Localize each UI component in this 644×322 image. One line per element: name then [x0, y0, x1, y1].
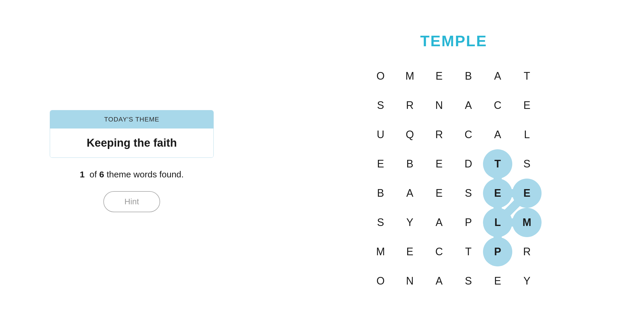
cell-2-5[interactable]: L [512, 120, 542, 149]
cell-7-4[interactable]: E [483, 266, 512, 296]
cell-5-4[interactable]: L [483, 208, 512, 237]
cell-6-5[interactable]: R [512, 237, 542, 266]
theme-label: TODAY'S THEME [104, 116, 159, 123]
cell-4-1[interactable]: A [395, 179, 424, 208]
cell-1-4[interactable]: C [483, 91, 512, 120]
theme-title: Keeping the faith [87, 137, 177, 149]
cell-5-3[interactable]: P [454, 208, 483, 237]
theme-body: Keeping the faith [50, 129, 213, 157]
cell-1-0[interactable]: S [366, 91, 395, 120]
found-of: of [90, 169, 97, 179]
cell-4-3[interactable]: S [454, 179, 483, 208]
found-count: 1 [80, 169, 85, 179]
cell-6-2[interactable]: C [424, 237, 454, 266]
cell-7-0[interactable]: O [366, 266, 395, 296]
cell-6-3[interactable]: T [454, 237, 483, 266]
cell-2-3[interactable]: C [454, 120, 483, 149]
cell-1-3[interactable]: A [454, 91, 483, 120]
cell-2-2[interactable]: R [424, 120, 454, 149]
letter-grid: OMEBATSRNACEUQRCALEBEDTSBAESEESYAPLMMECT… [366, 61, 542, 296]
theme-box: TODAY'S THEME Keeping the faith [50, 110, 214, 158]
cell-0-2[interactable]: E [424, 61, 454, 91]
cell-0-1[interactable]: M [395, 61, 424, 91]
cell-3-4[interactable]: T [483, 149, 512, 179]
cell-6-0[interactable]: M [366, 237, 395, 266]
cell-2-0[interactable]: U [366, 120, 395, 149]
cell-0-3[interactable]: B [454, 61, 483, 91]
cell-1-2[interactable]: N [424, 91, 454, 120]
cell-7-5[interactable]: Y [512, 266, 542, 296]
cell-3-5[interactable]: S [512, 149, 542, 179]
cell-4-4[interactable]: E [483, 179, 512, 208]
cell-5-2[interactable]: A [424, 208, 454, 237]
cell-0-0[interactable]: O [366, 61, 395, 91]
cell-0-4[interactable]: A [483, 61, 512, 91]
hint-button[interactable]: Hint [103, 191, 160, 212]
cell-1-1[interactable]: R [395, 91, 424, 120]
cell-6-4[interactable]: P [483, 237, 512, 266]
cell-7-1[interactable]: N [395, 266, 424, 296]
puzzle-title: TEMPLE [420, 32, 487, 50]
cell-3-1[interactable]: B [395, 149, 424, 179]
cell-6-1[interactable]: E [395, 237, 424, 266]
cell-7-3[interactable]: S [454, 266, 483, 296]
cell-4-5[interactable]: E [512, 179, 542, 208]
right-panel: TEMPLE OMEBATSRNACEUQRCALEBEDTSBAESEESYA… [263, 0, 644, 322]
found-suffix: theme words found. [107, 169, 184, 179]
grid-wrapper: OMEBATSRNACEUQRCALEBEDTSBAESEESYAPLMMECT… [366, 61, 542, 296]
found-text: 1 of 6 theme words found. [80, 169, 184, 179]
cell-3-2[interactable]: E [424, 149, 454, 179]
theme-header: TODAY'S THEME [50, 110, 213, 129]
cell-5-5[interactable]: M [512, 208, 542, 237]
found-total: 6 [99, 169, 104, 179]
cell-5-0[interactable]: S [366, 208, 395, 237]
cell-0-5[interactable]: T [512, 61, 542, 91]
cell-1-5[interactable]: E [512, 91, 542, 120]
cell-5-1[interactable]: Y [395, 208, 424, 237]
cell-4-2[interactable]: E [424, 179, 454, 208]
cell-7-2[interactable]: A [424, 266, 454, 296]
cell-2-1[interactable]: Q [395, 120, 424, 149]
cell-3-0[interactable]: E [366, 149, 395, 179]
cell-3-3[interactable]: D [454, 149, 483, 179]
cell-2-4[interactable]: A [483, 120, 512, 149]
left-panel: TODAY'S THEME Keeping the faith 1 of 6 t… [0, 0, 263, 322]
cell-4-0[interactable]: B [366, 179, 395, 208]
